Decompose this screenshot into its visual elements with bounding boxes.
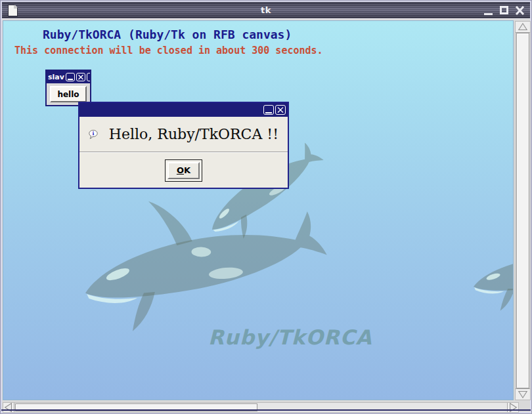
- dialog-content: i Hello, Ruby/TkORCA !!: [79, 117, 288, 152]
- scroll-up-button[interactable]: [516, 22, 530, 32]
- canvas-heading: Ruby/TkORCA (Ruby/Tk on RFB canvas): [43, 28, 292, 41]
- minimize-icon: [484, 13, 493, 15]
- tk-window: tk: [0, 0, 532, 414]
- rfb-canvas: Ruby/TkORCA Ruby/TkORCA (Ruby/Tk on RFB …: [3, 20, 514, 400]
- dialog-titlebar[interactable]: [79, 103, 288, 117]
- horizontal-thumb[interactable]: [15, 404, 257, 411]
- scroll-left-button[interactable]: [3, 403, 14, 412]
- canvas-watermark: Ruby/TkORCA: [208, 325, 372, 349]
- arrow-down-icon: [518, 389, 528, 400]
- ok-focus-ring: OK: [165, 159, 202, 182]
- dialog-minimize-button[interactable]: [263, 105, 274, 115]
- horizontal-scrollbar[interactable]: [3, 402, 519, 413]
- scroll-down-button[interactable]: [516, 389, 530, 400]
- slave-minimize-button[interactable]: [66, 73, 75, 81]
- window-controls: [482, 5, 526, 16]
- slave-close-button[interactable]: [76, 73, 85, 81]
- close-button[interactable]: [514, 5, 526, 16]
- window-titlebar[interactable]: tk: [2, 2, 530, 18]
- close-icon: [514, 5, 526, 16]
- arrow-up-icon: [518, 22, 528, 32]
- orca-right-edge: [467, 221, 514, 314]
- slave-window: slav hello: [45, 70, 91, 106]
- slave-titlebar[interactable]: slav: [47, 71, 90, 83]
- horizontal-track[interactable]: [14, 403, 508, 412]
- vertical-thumb[interactable]: [516, 33, 529, 388]
- vertical-scrollbar[interactable]: [515, 21, 531, 400]
- ok-button[interactable]: OK: [167, 162, 200, 179]
- dialog-close-button[interactable]: [275, 105, 286, 115]
- client-area: Ruby/TkORCA Ruby/TkORCA (Ruby/Tk on RFB …: [2, 18, 530, 412]
- close-icon: [276, 106, 285, 114]
- close-icon: [77, 73, 85, 81]
- svg-text:i: i: [93, 131, 95, 136]
- slave-title: slav: [48, 73, 64, 81]
- minimize-button[interactable]: [482, 5, 495, 16]
- maximize-icon: [500, 6, 508, 14]
- timeout-notice: This connection will be closed in about …: [14, 45, 323, 56]
- info-icon: i: [89, 123, 99, 146]
- message-dialog: i Hello, Ruby/TkORCA !! OK: [78, 102, 289, 189]
- orca-main: [70, 170, 334, 339]
- window-title: tk: [2, 5, 530, 15]
- arrow-right-icon: [508, 402, 518, 413]
- arrow-left-icon: [3, 402, 14, 413]
- slave-clipped-button[interactable]: [87, 73, 90, 81]
- maximize-button[interactable]: [498, 5, 510, 16]
- vertical-track[interactable]: [516, 32, 530, 389]
- dialog-button-area: OK: [79, 153, 288, 188]
- hello-button[interactable]: hello: [50, 86, 87, 102]
- dialog-message: Hello, Ruby/TkORCA !!: [109, 126, 278, 142]
- ok-label-rest: K: [184, 165, 190, 175]
- ok-label-mnemonic: O: [177, 165, 184, 175]
- scroll-right-button[interactable]: [508, 403, 518, 412]
